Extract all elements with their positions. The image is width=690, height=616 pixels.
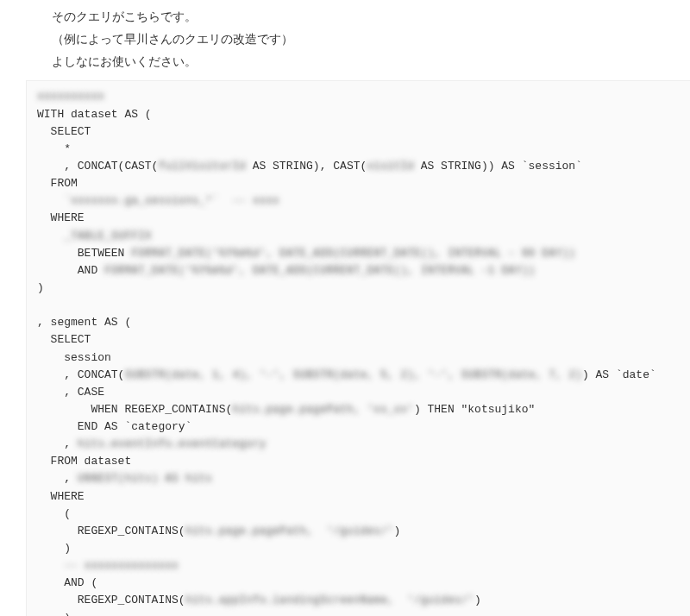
prose-line-3: よしなにお使いください。 [52, 52, 638, 72]
code-line: SELECT [37, 125, 91, 138]
code-blur: UNNEST(hits) AS hits [78, 472, 212, 485]
code-line: WHEN REGEXP_CONTAINS( [37, 403, 232, 416]
code-line: AS STRING)) AS `session` [414, 160, 582, 173]
code-line: , CASE [37, 386, 104, 399]
code-line: FROM dataset [37, 455, 131, 468]
intro-prose: そのクエリがこちらです。 （例によって早川さんのクエリの改造です） よしなにお使… [0, 0, 690, 72]
code-line: , segment AS ( [37, 316, 131, 329]
code-blur: hits.appInfo.landingScreenName, '/guides… [185, 594, 474, 607]
code-line: , [37, 472, 78, 485]
code-blur: hits.page.pagePath, 'xx_xx' [232, 403, 414, 416]
code-blur: `xxxxxxx.ga_sessions_*` -- xxxx [37, 194, 279, 207]
sql-code-block: xxxxxxxxxx WITH dataset AS ( SELECT * , … [26, 80, 690, 616]
code-blur: FORMAT_DATE('%Y%m%d', DATE_ADD(CURRENT_D… [131, 247, 575, 260]
code-line: AND [37, 264, 104, 277]
code-line: ) [393, 525, 400, 537]
code-line: AND ( [37, 576, 97, 589]
prose-line-1: そのクエリがこちらです。 [52, 7, 638, 28]
code-line: SELECT [37, 333, 91, 346]
code-line: FROM [37, 177, 78, 190]
code-line: WHERE [37, 211, 85, 224]
code-line: ( [37, 507, 71, 520]
code-line: AS STRING), CAST( [246, 160, 367, 173]
code-blur: hits.eventInfo.eventCategory [78, 437, 266, 450]
code-line: REGEXP_CONTAINS( [37, 525, 185, 537]
code-line: ) [37, 542, 71, 555]
code-blur: hits.page.pagePath, '/guides/' [185, 525, 394, 537]
code-blur: SUBSTR(date, 1, 4), '-', SUBSTR(date, 5,… [124, 368, 582, 381]
code-blur: visitId [367, 160, 414, 173]
code-line: ) [37, 281, 44, 294]
code-blur: xxxxxxxxxx [37, 90, 104, 103]
code-blur: -- xxxxxxxxxxxxxx [64, 559, 179, 572]
code-line: BETWEEN [37, 247, 131, 260]
code-line: REGEXP_CONTAINS( [37, 594, 185, 607]
code-blur: fullVisitorId [158, 160, 245, 173]
code-line: ) THEN "kotsujiko" [414, 403, 535, 416]
code-blur: _TABLE_SUFFIX [37, 229, 152, 242]
code-line [37, 559, 64, 572]
code-line: ) [37, 612, 71, 616]
code-blur: FORMAT_DATE('%Y%m%d', DATE_ADD(CURRENT_D… [104, 264, 535, 277]
code-line: WITH dataset AS ( [37, 108, 152, 121]
code-line: * [37, 142, 71, 155]
code-line: ) AS `date` [582, 368, 656, 381]
code-line: , [37, 437, 78, 450]
code-line: WHERE [37, 490, 85, 503]
code-line: , CONCAT( [37, 368, 124, 381]
code-line: session [37, 351, 111, 364]
code-line: , CONCAT(CAST( [37, 160, 158, 173]
prose-line-2: （例によって早川さんのクエリの改造です） [52, 29, 638, 50]
code-line: END AS `category` [37, 420, 191, 433]
code-line: ) [474, 594, 481, 607]
